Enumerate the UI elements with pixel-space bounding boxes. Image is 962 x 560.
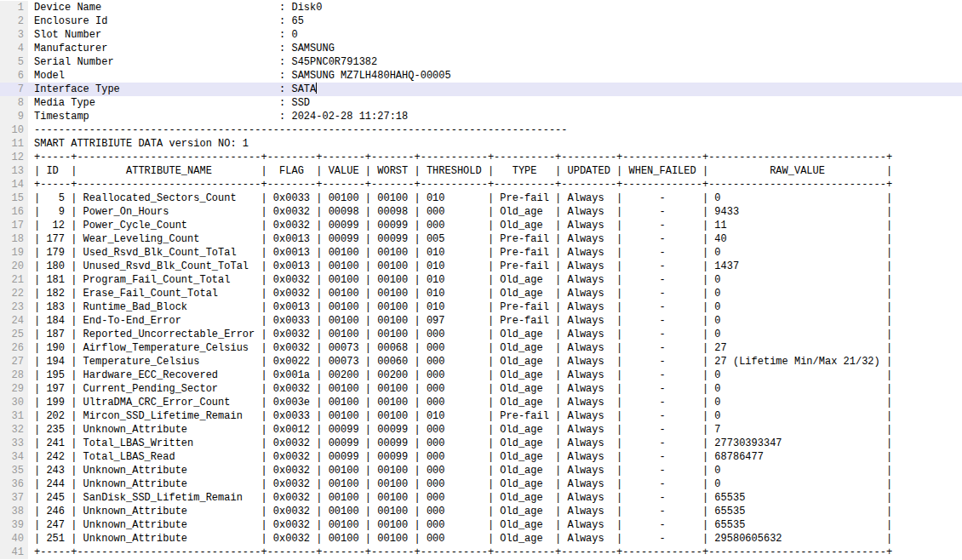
editor-line[interactable]: 20| 180 | Unused_Rsvd_Blk_Count_ToTal | … [0,260,962,273]
line-number[interactable]: 38 [0,505,28,518]
line-number[interactable]: 25 [0,328,28,341]
line-number[interactable]: 41 [0,546,28,559]
line-number[interactable]: 4 [0,42,28,55]
line-number[interactable]: 28 [0,369,28,382]
editor-line[interactable]: 29| 197 | Current_Pending_Sector | 0x003… [0,382,962,396]
editor-line[interactable]: 33| 241 | Total_LBAS_Written | 0x0032 | … [0,437,962,450]
editor-line[interactable]: 4Manufacturer : SAMSUNG [0,42,962,55]
editor-line[interactable]: 17| 12 | Power_Cycle_Count | 0x0032 | 00… [0,219,962,232]
editor-line[interactable]: 15| 5 | Reallocated_Sectors_Count | 0x00… [0,191,962,205]
line-number[interactable]: 21 [0,273,28,287]
editor-line[interactable]: 7Interface Type : SATA [0,83,962,96]
editor-line[interactable]: 28| 195 | Hardware_ECC_Recovered | 0x001… [0,369,962,382]
line-number[interactable]: 19 [0,246,28,260]
editor-line[interactable]: 6Model : SAMSUNG MZ7LH480HAHQ-00005 [0,69,962,83]
editor-line[interactable]: 32| 235 | Unknown_Attribute | 0x0012 | 0… [0,423,962,437]
line-number[interactable]: 29 [0,382,28,396]
line-text: | 187 | Reported_Uncorrectable_Error | 0… [28,328,962,341]
editor-line[interactable]: 30| 199 | UltraDMA_CRC_Error_Count | 0x0… [0,396,962,409]
line-text: +-----+------------------------------+--… [28,546,962,559]
line-text-content: ----------------------------------------… [34,124,568,136]
line-number[interactable]: 26 [0,341,28,355]
line-number[interactable]: 35 [0,464,28,477]
line-number[interactable]: 37 [0,491,28,505]
line-text-content: +-----+------------------------------+--… [34,151,892,163]
line-number[interactable]: 16 [0,205,28,219]
editor-line[interactable]: 25| 187 | Reported_Uncorrectable_Error |… [0,328,962,341]
line-text-content: | 190 | Airflow_Temperature_Celsius | 0x… [34,342,892,354]
line-number[interactable]: 34 [0,450,28,464]
line-number[interactable]: 13 [0,164,28,178]
editor-line[interactable]: 40| 251 | Unknown_Attribute | 0x0032 | 0… [0,532,962,546]
line-number[interactable]: 31 [0,409,28,423]
line-number[interactable]: 40 [0,532,28,546]
line-text: SMART ATTRIBIUTE DATA version NO: 1 [28,137,962,151]
line-number[interactable]: 17 [0,219,28,232]
editor-line[interactable]: 39| 247 | Unknown_Attribute | 0x0032 | 0… [0,518,962,532]
line-number[interactable]: 18 [0,232,28,246]
line-text-content: | 202 | Mircon_SSD_Lifetime_Remain | 0x0… [34,410,892,422]
editor-line[interactable]: 13| ID | ATTRIBUTE_NAME | FLAG | VALUE |… [0,164,962,178]
line-number[interactable]: 23 [0,300,28,314]
editor-line[interactable]: 1Device Name : Disk0 [0,1,962,14]
editor-line[interactable]: 16| 9 | Power_On_Hours | 0x0032 | 00098 … [0,205,962,219]
line-number[interactable]: 8 [0,96,28,110]
line-text-content: | 177 | Wear_Leveling_Count | 0x0013 | 0… [34,233,892,245]
line-number[interactable]: 33 [0,437,28,450]
line-number[interactable]: 32 [0,423,28,437]
editor-line[interactable]: 26| 190 | Airflow_Temperature_Celsius | … [0,341,962,355]
line-text-content: | 243 | Unknown_Attribute | 0x0032 | 001… [34,465,892,477]
line-number[interactable]: 30 [0,396,28,409]
editor-line[interactable]: 35| 243 | Unknown_Attribute | 0x0032 | 0… [0,464,962,477]
editor-line[interactable]: 8Media Type : SSD [0,96,962,110]
line-number[interactable]: 5 [0,55,28,69]
line-number[interactable]: 22 [0,287,28,300]
line-text: | 180 | Unused_Rsvd_Blk_Count_ToTal | 0x… [28,260,962,273]
editor-line[interactable]: 3Slot Number : 0 [0,28,962,42]
editor-line[interactable]: 38| 246 | Unknown_Attribute | 0x0032 | 0… [0,505,962,518]
editor-line[interactable]: 18| 177 | Wear_Leveling_Count | 0x0013 |… [0,232,962,246]
editor-line[interactable]: 22| 182 | Erase_Fail_Count_Total | 0x003… [0,287,962,300]
line-number[interactable]: 12 [0,151,28,164]
editor-line[interactable]: 10--------------------------------------… [0,123,962,137]
line-number[interactable]: 6 [0,69,28,83]
editor-line[interactable]: 9Timestamp : 2024-02-28 11:27:18 [0,110,962,123]
editor-line[interactable]: 36| 244 | Unknown_Attribute | 0x0032 | 0… [0,477,962,491]
line-number[interactable]: 3 [0,28,28,42]
line-text: | 181 | Program_Fail_Count_Total | 0x003… [28,273,962,287]
line-number[interactable]: 9 [0,110,28,123]
editor-line[interactable]: 5Serial Number : S45PNC0R791382 [0,55,962,69]
line-text-content: SMART ATTRIBIUTE DATA version NO: 1 [34,138,249,150]
line-number[interactable]: 15 [0,191,28,205]
editor-line[interactable]: 19| 179 | Used_Rsvd_Blk_Count_ToTal | 0x… [0,246,962,260]
line-number[interactable]: 11 [0,137,28,151]
editor-line[interactable]: 12+-----+------------------------------+… [0,151,962,164]
text-editor[interactable]: 1Device Name : Disk02Enclosure Id : 653S… [0,0,962,560]
line-number[interactable]: 14 [0,178,28,191]
editor-line[interactable]: 21| 181 | Program_Fail_Count_Total | 0x0… [0,273,962,287]
line-number[interactable]: 7 [0,83,28,96]
editor-line[interactable]: 24| 184 | End-To-End_Error | 0x0033 | 00… [0,314,962,328]
line-text-content: | 245 | SanDisk_SSD_Lifetim_Remain | 0x0… [34,492,892,504]
editor-line[interactable]: 37| 245 | SanDisk_SSD_Lifetim_Remain | 0… [0,491,962,505]
line-number[interactable]: 27 [0,355,28,369]
editor-line[interactable]: 27| 194 | Temperature_Celsius | 0x0022 |… [0,355,962,369]
editor-line[interactable]: 31| 202 | Mircon_SSD_Lifetime_Remain | 0… [0,409,962,423]
line-text-content: | 12 | Power_Cycle_Count | 0x0032 | 0009… [34,220,892,231]
line-text: | 242 | Total_LBAS_Read | 0x0032 | 00099… [28,450,962,464]
line-number[interactable]: 39 [0,518,28,532]
line-number[interactable]: 20 [0,260,28,273]
editor-line[interactable]: 23| 183 | Runtime_Bad_Block | 0x0013 | 0… [0,300,962,314]
line-number[interactable]: 1 [0,1,28,14]
editor-line[interactable]: 2Enclosure Id : 65 [0,14,962,28]
line-text: Media Type : SSD [28,96,962,110]
line-text-content: +-----+------------------------------+--… [34,179,892,191]
editor-line[interactable]: 41+-----+------------------------------+… [0,546,962,559]
editor-line[interactable]: 14+-----+------------------------------+… [0,178,962,191]
line-number[interactable]: 2 [0,14,28,28]
line-number[interactable]: 24 [0,314,28,328]
line-number[interactable]: 10 [0,123,28,137]
editor-line[interactable]: 11SMART ATTRIBIUTE DATA version NO: 1 [0,137,962,151]
line-number[interactable]: 36 [0,477,28,491]
editor-line[interactable]: 34| 242 | Total_LBAS_Read | 0x0032 | 000… [0,450,962,464]
